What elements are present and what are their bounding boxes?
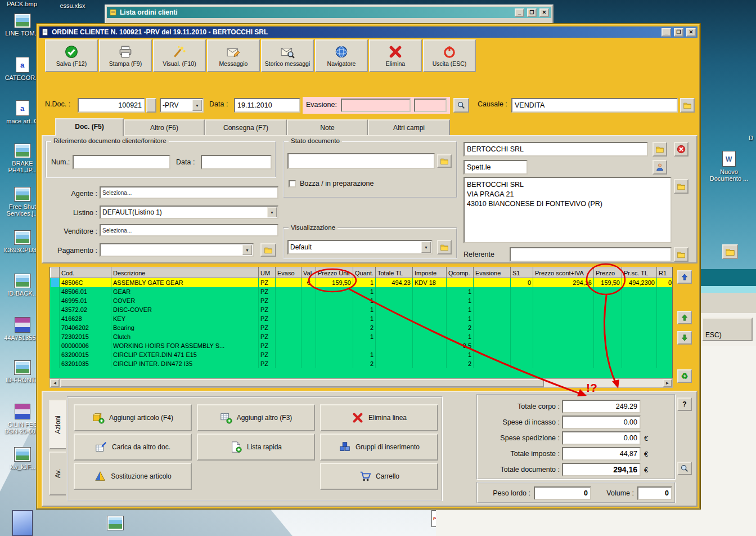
visualizzazione-select[interactable]: Default ▼ [287, 240, 433, 254]
indirizzo-folder-button[interactable] [674, 179, 688, 194]
uscita-esc-button-fragment[interactable]: ESC) [702, 318, 753, 341]
intestazione-input[interactable]: Spett.le [464, 160, 528, 175]
grid-column-header[interactable]: Totale TL [376, 268, 413, 278]
cart-button[interactable]: Carrello [320, 463, 438, 490]
message-button[interactable]: Messaggio [207, 39, 260, 72]
minimize-button[interactable]: _ [662, 28, 671, 37]
grid-column-header[interactable]: Prezzo scont+IVA [533, 268, 594, 278]
tab-altri-campi[interactable]: Altri campi [368, 119, 450, 135]
agente-select[interactable]: Seleziona... [100, 186, 278, 199]
cliente-clear-button[interactable] [674, 142, 688, 157]
causale-folder-button[interactable] [680, 98, 695, 113]
scroll-left-button[interactable]: ◄ [50, 379, 60, 387]
grid-row[interactable]: 48506.01 GEAR PZ 1 1 [51, 287, 673, 296]
grid-column-header[interactable]: R1 [657, 268, 673, 278]
grid-row[interactable]: 00000006 WORKING HOIRS FOR ASSEMBLY S...… [51, 341, 673, 350]
add-other-button[interactable]: Aggiungi altro (F3) [197, 404, 315, 431]
desktop-icon[interactable] [12, 510, 33, 536]
row-selector-cell[interactable] [51, 278, 60, 287]
refresh-button[interactable]: ♻ [677, 369, 692, 383]
tab-azioni[interactable]: Azioni [49, 400, 66, 449]
row-selector-cell[interactable] [51, 305, 60, 314]
bozza-checkbox[interactable] [289, 180, 296, 187]
row-move-up-button[interactable] [677, 311, 692, 324]
tab-altro[interactable]: Altro (F6) [124, 119, 205, 135]
add-article-button[interactable]: Aggiungi articolo (F4) [74, 404, 192, 431]
indirizzo-textarea[interactable]: BERTOCCHI SRL VIA PRAGA 21 43010 BIANCON… [464, 177, 672, 243]
grid-row[interactable]: 46995.01 COVER PZ 1 1 [51, 296, 673, 305]
grid-column-header[interactable]: Cod. [60, 268, 111, 278]
preview-button[interactable]: Visual. (F10) [153, 39, 206, 72]
chevron-down-icon[interactable]: ▼ [242, 245, 252, 255]
grid-row[interactable]: 63201035 CIRCLIP INTER. DIN472 I35 PZ 2 … [51, 359, 673, 368]
grid-column-header[interactable]: Pr.sc. TL [622, 268, 657, 278]
evasione-date-input[interactable] [341, 99, 411, 112]
num-input[interactable] [73, 155, 170, 169]
grid-row[interactable]: 70406202 Bearing PZ 2 2 [51, 323, 673, 332]
minimize-button[interactable]: _ [515, 8, 524, 17]
grid-column-header[interactable]: Prezzo [594, 268, 622, 278]
close-button[interactable]: ✕ [539, 8, 549, 17]
ndoc-extra-button[interactable] [146, 98, 156, 113]
grid-column-header[interactable]: UM [259, 268, 276, 278]
row-selector-cell[interactable] [51, 350, 60, 359]
tab-note[interactable]: Note [287, 119, 368, 135]
tab-doc[interactable]: Doc. (F5) [55, 118, 124, 136]
grid-column-header[interactable]: Evasione [474, 268, 511, 278]
quick-list-button[interactable]: Lista rapida [197, 434, 315, 461]
delete-button[interactable]: Elimina [369, 39, 422, 72]
desktop-icon[interactable]: Nuovo Documento ... [706, 151, 752, 182]
evasione-search-button[interactable] [453, 98, 469, 113]
cliente-folder-button[interactable] [652, 142, 667, 157]
desktop-icon-label[interactable]: essu.xlsx [53, 2, 92, 9]
ndoc-input[interactable]: 100921 [78, 98, 145, 113]
contact-person-button[interactable] [652, 160, 667, 175]
tab-av[interactable]: Av. [49, 452, 66, 495]
grid-column-header[interactable]: S1 [511, 268, 533, 278]
desktop-icon-label[interactable]: PACK.bmp [2, 1, 42, 7]
date-input[interactable]: 19.11.2010 [234, 98, 300, 113]
grid-horizontal-scrollbar[interactable]: ◄ ► [50, 378, 673, 388]
load-from-doc-button[interactable]: Carica da altro doc. [74, 434, 192, 461]
chevron-down-icon[interactable]: ▼ [421, 242, 431, 253]
insert-groups-button[interactable]: Gruppi di inserimento [320, 434, 438, 461]
grid-column-header[interactable]: Imposte [413, 268, 447, 278]
grid-column-header[interactable]: Quant. [353, 268, 376, 278]
grid-column-header[interactable]: Val [302, 268, 316, 278]
tab-consegna[interactable]: Consegna (F7) [205, 119, 287, 135]
scroll-right-button[interactable]: ► [663, 379, 672, 387]
grid-row[interactable]: 63200015 CIRCLIP EXTER.DIN 471 E15 PZ 1 … [51, 350, 673, 359]
venditore-select[interactable]: Seleziona... [100, 224, 278, 236]
pagamento-folder-button[interactable] [260, 243, 276, 257]
order-window-titlebar[interactable]: ORDINE CLIENTE N. 100921 -PRV del 19.11.… [39, 26, 698, 38]
grid-column-header[interactable]: Evaso [276, 268, 302, 278]
maximize-button[interactable]: ❐ [674, 28, 683, 37]
evasione-extra-input[interactable] [414, 99, 447, 112]
row-selector-cell[interactable] [51, 314, 60, 323]
referente-folder-button[interactable] [674, 247, 688, 262]
row-selector-cell[interactable] [51, 296, 60, 305]
listino-select[interactable]: DEFAULT(Listino 1) ▼ [100, 206, 278, 219]
row-move-down-button[interactable] [677, 331, 692, 345]
stato-folder-button[interactable] [437, 154, 452, 168]
close-button[interactable]: ✕ [686, 28, 696, 37]
pagamento-select[interactable]: ▼ [100, 243, 254, 257]
row-first-button[interactable] [677, 270, 692, 284]
row-selector-cell[interactable] [51, 332, 60, 341]
totals-detail-button[interactable] [677, 462, 692, 475]
grid-row[interactable]: 72302015 Clutch PZ 1 1 [51, 332, 673, 341]
chevron-down-icon[interactable]: ▼ [267, 207, 277, 217]
row-selector-cell[interactable] [51, 341, 60, 350]
stato-documento-input[interactable] [287, 153, 435, 169]
doc-type-select[interactable]: -PRV ▼ [160, 98, 204, 113]
scrollbar-thumb[interactable] [60, 379, 544, 387]
desktop-icon[interactable] [107, 516, 124, 530]
ref-date-input[interactable] [201, 155, 272, 169]
delete-line-button[interactable]: Elimina linea [320, 404, 438, 431]
causale-input[interactable]: VENDITA [511, 98, 678, 113]
grid-row[interactable]: 43572.02 DISC-COVER PZ 1 1 [51, 305, 673, 314]
row-selector-cell[interactable] [51, 323, 60, 332]
grid-column-header[interactable]: Descrizione [111, 268, 259, 278]
cliente-input[interactable]: BERTOCCHI SRL [464, 142, 648, 157]
row-selector-cell[interactable] [51, 359, 60, 368]
